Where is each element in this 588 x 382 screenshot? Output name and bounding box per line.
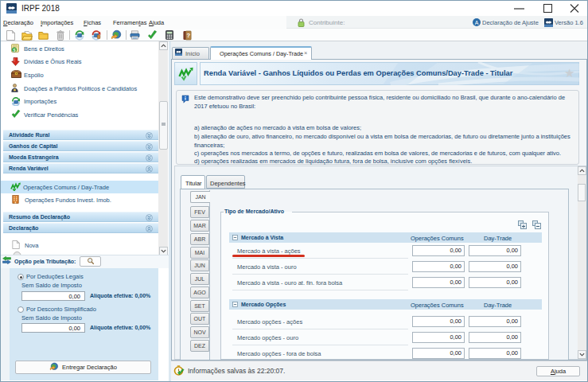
svg-text:$: $ [13,48,15,53]
svg-text:?: ? [186,32,190,39]
svg-text:A: A [475,20,479,25]
